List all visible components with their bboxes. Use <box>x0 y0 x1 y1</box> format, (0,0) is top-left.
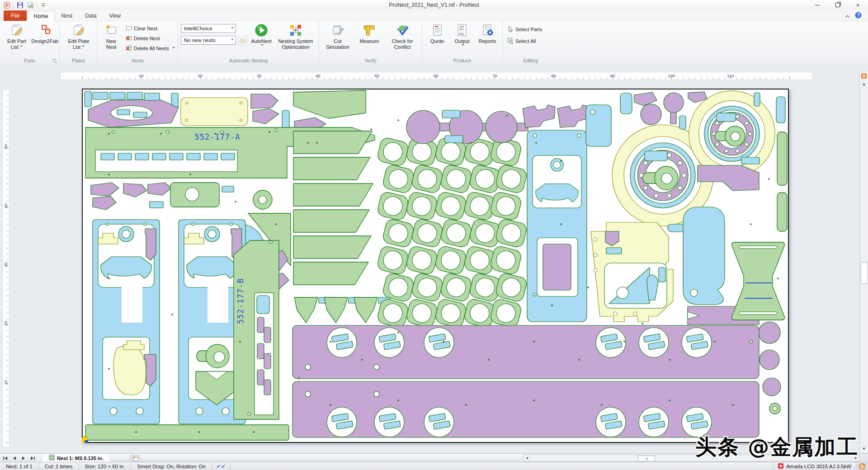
ribbon: Edit Part List Design2Fab Parts Edit Pla… <box>0 21 868 64</box>
nesting-options-button[interactable] <box>238 36 248 45</box>
select-all-icon <box>507 38 514 45</box>
delete-nest-icon <box>126 35 132 42</box>
collapse-ribbon-icon[interactable] <box>844 12 850 20</box>
status-bar: Nest: 1 of 1 Cut: 1 times Size: 120 × 60… <box>0 462 868 470</box>
ribbon-group-parts: Edit Part List Design2Fab Parts <box>0 21 60 64</box>
svg-text:M30: M30 <box>459 33 464 35</box>
tab-view[interactable]: View <box>103 10 127 21</box>
new-nest-button[interactable]: New Nest <box>100 22 122 50</box>
minimize-button[interactable] <box>807 0 827 10</box>
edit-part-list-button[interactable]: Edit Part List <box>3 22 31 50</box>
tab-nest[interactable]: Nest <box>55 10 79 21</box>
nesting-strategy-select[interactable]: IntelliChoice <box>181 24 236 33</box>
vertical-scroll-thumb[interactable] <box>861 262 868 284</box>
nest-mode-select[interactable]: No new nests <box>181 36 236 45</box>
status-cut-times: Cut: 1 times <box>39 463 79 470</box>
qat-customize-icon[interactable] <box>39 1 47 9</box>
autonest-icon <box>255 22 268 38</box>
new-nest-tab[interactable] <box>127 455 143 462</box>
dropdown-arrow-icon <box>172 47 175 50</box>
nesting-system-optimization-button[interactable]: Nesting System Optimization <box>274 22 317 50</box>
last-nest-icon[interactable] <box>29 455 36 461</box>
output-button[interactable]: G20 G91 ... M30 Output <box>450 22 474 47</box>
close-button[interactable]: × <box>848 0 868 10</box>
clear-nest-button[interactable]: Clear Nest <box>126 25 157 32</box>
design2fab-icon <box>38 22 52 38</box>
quick-access-toolbar: P <box>0 1 47 9</box>
reports-icon <box>481 22 494 38</box>
select-all-button[interactable]: Select All <box>507 38 536 45</box>
nest-annotation-b: 552-177-B <box>236 278 245 324</box>
dropdown-arrow-icon <box>462 44 464 47</box>
nest-sheet-icon <box>49 455 55 461</box>
ribbon-group-plates: Edit Plate List Plates <box>60 21 98 64</box>
delete-all-nests-button[interactable]: Delete All Nests <box>126 45 175 52</box>
check-for-conflict-button[interactable]: Check for Conflict <box>386 22 419 50</box>
ribbon-group-verify: Cut Simulation Measure Check for Conflic… <box>319 21 422 64</box>
scroll-left-icon[interactable]: ◄ <box>524 455 530 461</box>
v-ruler: 5040302010 <box>2 89 9 447</box>
watermark-text: 头条 @金属加工 <box>695 433 859 461</box>
svg-text:...: ... <box>459 29 464 33</box>
new-nest-icon <box>104 22 118 38</box>
nest-tab-active[interactable]: Nest 1: MS 0.135 in. <box>41 454 112 462</box>
status-nest-count: Nest: 1 of 1 <box>0 463 39 470</box>
delete-all-nests-icon <box>126 45 132 52</box>
dropdown-arrow-icon <box>229 24 236 33</box>
output-gcode-icon: G20 G91 ... M30 <box>455 22 469 38</box>
reports-button[interactable]: Reports <box>476 22 499 44</box>
select-parts-icon <box>507 26 514 33</box>
status-smart-drag: Smart Drag: On, Rotation: On <box>131 463 212 470</box>
pronest-logo-icon[interactable]: P <box>3 1 11 9</box>
scroll-down-icon[interactable]: ▼ <box>860 445 868 452</box>
nesting-system-optimization-icon <box>289 22 302 38</box>
dropdown-arrow-icon <box>82 46 85 48</box>
tab-data[interactable]: Data <box>79 10 103 21</box>
autonest-button[interactable]: AutoNest <box>249 22 274 47</box>
tab-file[interactable]: File <box>4 10 27 21</box>
vertical-scrollbar[interactable]: ▲ ▼ <box>859 71 868 453</box>
edit-plate-list-icon[interactable] <box>26 1 34 9</box>
dropdown-arrow-icon <box>20 46 23 48</box>
divider <box>37 2 37 8</box>
nest-canvas[interactable]: 552-177-A 552-177-B <box>82 89 789 443</box>
quote-button[interactable]: Quote <box>426 22 448 44</box>
delete-nest-button[interactable]: Delete Nest <box>126 35 160 42</box>
title-bar: P ProNest_2021_Nest_V1.nif - ProNest × <box>0 0 868 10</box>
measure-button[interactable]: Measure <box>355 22 383 44</box>
previous-nest-icon[interactable] <box>11 455 18 461</box>
ribbon-group-nests: New Nest Clear Nest Delete Nest Delete A… <box>98 21 178 64</box>
cut-simulation-button[interactable]: Cut Simulation <box>323 22 353 50</box>
parts-dialog-launcher[interactable] <box>52 57 58 63</box>
cut-simulation-icon <box>331 22 344 38</box>
ribbon-group-produce: Quote G20 G91 ... M30 Output Reports Pro… <box>422 21 503 64</box>
rss-feed-icon[interactable] <box>856 463 868 470</box>
horizontal-scroll-thumb[interactable] <box>638 456 655 461</box>
select-parts-button[interactable]: Select Parts <box>507 26 542 33</box>
help-icon[interactable]: ? <box>855 12 862 20</box>
dropdown-arrow-icon <box>261 44 264 47</box>
nest-workspace: 102030405060708090100110 5040302010 <box>0 63 868 453</box>
edit-plate-list-button[interactable]: Edit Plate List <box>64 22 93 50</box>
ribbon-group-automatic-nesting: IntelliChoice No new nests AutoNest Nest… <box>178 21 319 64</box>
tab-home[interactable]: Home <box>27 11 55 21</box>
check-for-conflict-icon <box>396 22 409 38</box>
status-check-icon[interactable]: ✔✔ <box>212 463 231 470</box>
svg-text:?: ? <box>857 13 860 18</box>
save-icon[interactable] <box>16 1 24 9</box>
measure-icon <box>363 22 376 38</box>
plate-home-marker-icon <box>82 437 88 443</box>
ribbon-tab-strip: File Home Nest Data View ? <box>0 10 868 21</box>
edit-part-list-icon <box>10 22 24 38</box>
next-nest-icon[interactable] <box>20 455 27 461</box>
status-machine[interactable]: Amada LCG 3015 AJ 3.5kW <box>773 463 856 470</box>
zoom-extents-icon[interactable] <box>860 72 868 80</box>
status-plate-size: Size: 120 × 60 in. <box>79 463 131 470</box>
scroll-up-icon[interactable]: ▲ <box>860 80 868 88</box>
edit-plate-list-icon <box>72 22 85 38</box>
restore-button[interactable] <box>827 0 848 10</box>
first-nest-icon[interactable] <box>2 455 9 461</box>
design2fab-button[interactable]: Design2Fab <box>31 22 59 44</box>
quote-icon <box>430 22 444 38</box>
divider <box>13 2 14 8</box>
